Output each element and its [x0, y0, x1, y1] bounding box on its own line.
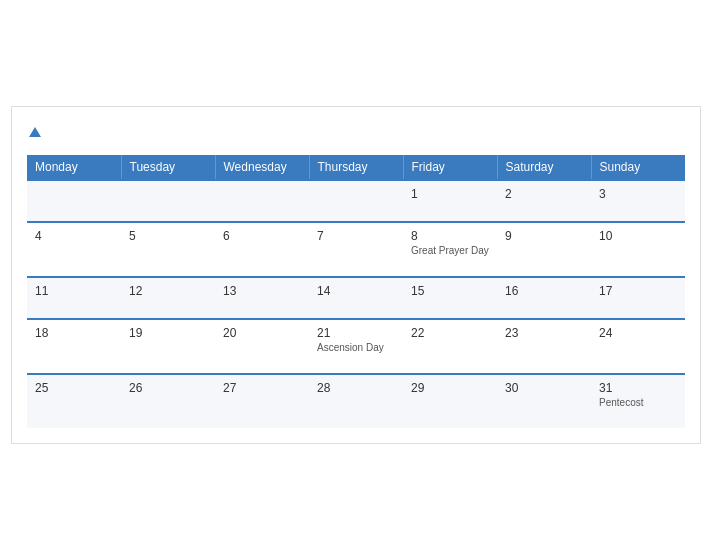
- day-number: 14: [317, 284, 395, 298]
- calendar-cell: 9: [497, 222, 591, 277]
- day-number: 12: [129, 284, 207, 298]
- weekday-header-row: MondayTuesdayWednesdayThursdayFridaySatu…: [27, 155, 685, 180]
- calendar-cell: 17: [591, 277, 685, 319]
- event-label: Great Prayer Day: [411, 245, 489, 256]
- calendar-cell: 3: [591, 180, 685, 222]
- day-number: 30: [505, 381, 583, 395]
- day-number: 26: [129, 381, 207, 395]
- calendar-cell: 14: [309, 277, 403, 319]
- day-number: 24: [599, 326, 677, 340]
- calendar-cell: 29: [403, 374, 497, 428]
- calendar-container: MondayTuesdayWednesdayThursdayFridaySatu…: [11, 106, 701, 444]
- day-number: 9: [505, 229, 583, 243]
- calendar-cell: 30: [497, 374, 591, 428]
- calendar-week-row: 25262728293031Pentecost: [27, 374, 685, 428]
- weekday-header-wednesday: Wednesday: [215, 155, 309, 180]
- day-number: 17: [599, 284, 677, 298]
- day-number: 28: [317, 381, 395, 395]
- calendar-cell: 19: [121, 319, 215, 374]
- calendar-cell: 23: [497, 319, 591, 374]
- calendar-cell: 11: [27, 277, 121, 319]
- calendar-table: MondayTuesdayWednesdayThursdayFridaySatu…: [27, 155, 685, 428]
- calendar-cell: 22: [403, 319, 497, 374]
- day-number: 27: [223, 381, 301, 395]
- calendar-cell: 15: [403, 277, 497, 319]
- day-number: 6: [223, 229, 301, 243]
- day-number: 25: [35, 381, 113, 395]
- calendar-cell: 5: [121, 222, 215, 277]
- event-label: Pentecost: [599, 397, 677, 408]
- calendar-cell: 4: [27, 222, 121, 277]
- day-number: 21: [317, 326, 395, 340]
- day-number: 11: [35, 284, 113, 298]
- day-number: 18: [35, 326, 113, 340]
- day-number: 5: [129, 229, 207, 243]
- calendar-cell: 2: [497, 180, 591, 222]
- day-number: 19: [129, 326, 207, 340]
- day-number: 29: [411, 381, 489, 395]
- calendar-cell: 10: [591, 222, 685, 277]
- day-number: 1: [411, 187, 489, 201]
- calendar-cell: 27: [215, 374, 309, 428]
- calendar-cell: 31Pentecost: [591, 374, 685, 428]
- calendar-header: [27, 117, 685, 145]
- weekday-header-friday: Friday: [403, 155, 497, 180]
- calendar-week-row: 11121314151617: [27, 277, 685, 319]
- day-number: 15: [411, 284, 489, 298]
- day-number: 10: [599, 229, 677, 243]
- weekday-header-sunday: Sunday: [591, 155, 685, 180]
- logo-triangle-icon: [29, 127, 41, 137]
- weekday-header-monday: Monday: [27, 155, 121, 180]
- calendar-week-row: 45678Great Prayer Day910: [27, 222, 685, 277]
- calendar-cell: 16: [497, 277, 591, 319]
- calendar-cell: [121, 180, 215, 222]
- weekday-header-thursday: Thursday: [309, 155, 403, 180]
- calendar-cell: 28: [309, 374, 403, 428]
- calendar-cell: 21Ascension Day: [309, 319, 403, 374]
- day-number: 7: [317, 229, 395, 243]
- day-number: 16: [505, 284, 583, 298]
- calendar-cell: 12: [121, 277, 215, 319]
- calendar-week-row: 123: [27, 180, 685, 222]
- day-number: 4: [35, 229, 113, 243]
- calendar-cell: 24: [591, 319, 685, 374]
- calendar-cell: 26: [121, 374, 215, 428]
- day-number: 22: [411, 326, 489, 340]
- calendar-cell: 1: [403, 180, 497, 222]
- calendar-cell: 7: [309, 222, 403, 277]
- day-number: 20: [223, 326, 301, 340]
- event-label: Ascension Day: [317, 342, 395, 353]
- logo: [27, 122, 41, 140]
- day-number: 8: [411, 229, 489, 243]
- calendar-cell: 20: [215, 319, 309, 374]
- calendar-cell: [27, 180, 121, 222]
- calendar-cell: 8Great Prayer Day: [403, 222, 497, 277]
- day-number: 23: [505, 326, 583, 340]
- logo-general: [27, 122, 41, 140]
- day-number: 13: [223, 284, 301, 298]
- calendar-cell: 6: [215, 222, 309, 277]
- calendar-week-row: 18192021Ascension Day222324: [27, 319, 685, 374]
- calendar-cell: 25: [27, 374, 121, 428]
- day-number: 2: [505, 187, 583, 201]
- calendar-cell: 13: [215, 277, 309, 319]
- calendar-cell: [309, 180, 403, 222]
- day-number: 3: [599, 187, 677, 201]
- weekday-header-saturday: Saturday: [497, 155, 591, 180]
- calendar-cell: [215, 180, 309, 222]
- weekday-header-tuesday: Tuesday: [121, 155, 215, 180]
- calendar-cell: 18: [27, 319, 121, 374]
- day-number: 31: [599, 381, 677, 395]
